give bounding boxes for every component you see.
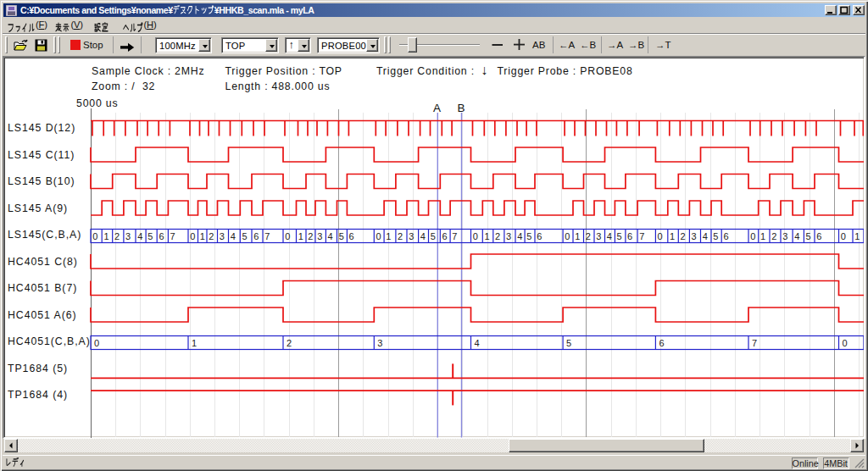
svg-text:3: 3 [506,231,511,241]
svg-text:3: 3 [782,231,787,241]
svg-text:LS145(C,B,A): LS145(C,B,A) [8,229,81,241]
svg-text:0: 0 [750,231,755,241]
svg-text:7: 7 [639,231,644,241]
svg-text:2: 2 [114,231,120,241]
svg-text:LS145 D(12): LS145 D(12) [8,122,75,134]
svg-text:0: 0 [94,338,99,348]
svg-text:Trigger Position : TOP: Trigger Position : TOP [225,65,342,77]
svg-text:5: 5 [431,231,436,241]
svg-text:7: 7 [170,231,175,241]
svg-text:4: 4 [231,231,236,241]
svg-text:TP1684 (5): TP1684 (5) [8,363,68,374]
svg-text:A: A [433,102,442,114]
svg-text:2: 2 [495,231,500,241]
svg-text:1: 1 [854,231,860,241]
svg-text:0: 0 [843,338,848,348]
svg-text:7: 7 [752,338,757,348]
svg-text:0: 0 [285,231,290,241]
svg-text:5: 5 [566,338,571,348]
svg-text:5: 5 [713,231,718,241]
svg-text:3: 3 [409,231,414,241]
svg-text:5: 5 [339,231,344,241]
svg-text:B: B [458,102,466,114]
svg-text:2: 2 [308,231,313,241]
svg-text:6: 6 [537,231,542,241]
svg-text:LS145 C(11): LS145 C(11) [8,149,75,161]
svg-text:4: 4 [328,231,333,241]
svg-text:TP1684 (4): TP1684 (4) [8,389,68,401]
svg-text:5: 5 [806,231,811,241]
svg-text:HC4051 B(7): HC4051 B(7) [8,282,77,294]
svg-text:4: 4 [420,231,426,241]
svg-text:2: 2 [586,231,591,241]
svg-text:5: 5 [242,231,248,241]
svg-text:0: 0 [376,231,381,241]
svg-text:5000 us: 5000 us [76,97,118,109]
svg-text:LS145 B(10): LS145 B(10) [8,175,75,187]
svg-text:3: 3 [692,231,697,241]
svg-text:4: 4 [475,338,480,348]
svg-text:0: 0 [473,231,478,241]
svg-text:5: 5 [526,231,531,241]
svg-text:Sample Clock : 2MHz: Sample Clock : 2MHz [92,65,204,77]
svg-text:0: 0 [658,231,663,241]
svg-text:Zoom : / 32: Zoom : / 32 [92,80,155,92]
svg-text:HC4051 C(8): HC4051 C(8) [8,256,78,268]
svg-text:0: 0 [92,231,97,241]
svg-text:6: 6 [253,231,259,241]
svg-text:1: 1 [200,231,205,241]
svg-text:6: 6 [627,231,632,241]
svg-text:LS145 A(9): LS145 A(9) [8,202,68,214]
svg-text:HC4051(C,B,A): HC4051(C,B,A) [8,335,91,347]
svg-text:Length : 488.000 us: Length : 488.000 us [225,80,331,92]
svg-text:HC4051 A(6): HC4051 A(6) [8,309,77,321]
svg-text:6: 6 [816,231,821,241]
svg-text:6: 6 [349,231,354,241]
svg-text:4: 4 [703,231,708,241]
svg-text:4: 4 [517,231,522,241]
svg-text:2: 2 [771,231,776,241]
svg-text:3: 3 [317,231,322,241]
svg-text:4: 4 [137,231,142,241]
svg-text:6: 6 [659,338,664,348]
svg-text:2: 2 [287,338,292,348]
svg-text:4: 4 [607,231,612,241]
svg-text:1: 1 [298,231,303,241]
svg-text:3: 3 [220,231,225,241]
svg-text:Trigger Probe : PROBE08: Trigger Probe : PROBE08 [498,65,633,77]
svg-text:1: 1 [485,231,490,241]
svg-text:2: 2 [209,231,214,241]
svg-text:4: 4 [794,231,799,241]
svg-text:7: 7 [452,231,457,241]
svg-text:1: 1 [760,231,765,241]
svg-text:0: 0 [841,231,846,241]
svg-text:3: 3 [377,338,382,348]
svg-text:1: 1 [103,231,108,241]
svg-text:6: 6 [159,231,164,241]
svg-text:1: 1 [386,231,391,241]
svg-text:Trigger Condition : ↓: Trigger Condition : ↓ [376,63,488,77]
svg-text:5: 5 [617,231,622,241]
svg-text:3: 3 [125,231,131,241]
svg-text:6: 6 [442,231,448,241]
svg-text:2: 2 [398,231,403,241]
svg-text:6: 6 [723,231,728,241]
svg-text:0: 0 [565,231,570,241]
svg-text:1: 1 [192,338,197,348]
svg-text:1: 1 [575,231,580,241]
svg-text:7: 7 [264,231,270,241]
svg-text:2: 2 [681,231,686,241]
svg-text:1: 1 [670,231,675,241]
svg-text:3: 3 [596,231,601,241]
svg-text:0: 0 [190,231,195,241]
svg-text:5: 5 [147,231,153,241]
